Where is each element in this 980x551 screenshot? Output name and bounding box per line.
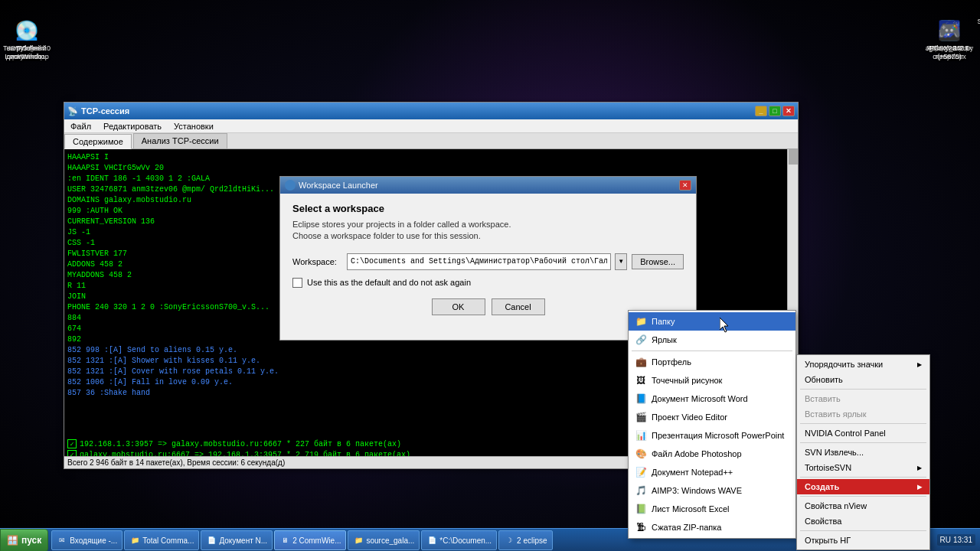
rctx-tortoise[interactable]: TortoiseSVN ▶ bbox=[797, 460, 929, 475]
arrow-right-icon: ▶ bbox=[917, 361, 922, 368]
ctx-item-ppt[interactable]: 📊 Презентация Microsoft PowerPoint bbox=[629, 426, 795, 445]
rctx-sep1 bbox=[800, 389, 926, 390]
workspace-title-text: Workspace Launcher bbox=[299, 181, 378, 190]
desktop-icon-psx2[interactable]: 🎮 PCSX2 1.2.1 (+5875) bbox=[922, 15, 977, 64]
taskbar-item-total-cmd[interactable]: 📁 Total Comma... bbox=[124, 530, 199, 550]
ctx-label-aimp: AIMP3: Windows WAVE bbox=[652, 486, 742, 495]
checkbox1[interactable]: ✓ bbox=[67, 439, 77, 448]
taskbar-item-doc[interactable]: 📄 *C:\Documen... bbox=[421, 530, 497, 550]
minimize-button[interactable]: _ bbox=[755, 106, 767, 116]
rctx-tortoise-label: TortoiseSVN bbox=[805, 463, 851, 472]
rctx-paste-label: Вставить bbox=[805, 394, 841, 403]
ctx-item-video[interactable]: 🎬 Проект Video Editor bbox=[629, 408, 795, 426]
menu-settings[interactable]: Установки bbox=[171, 121, 217, 132]
ctx-item-photoshop[interactable]: 🎨 Файл Adobe Photoshop bbox=[629, 445, 795, 463]
rctx-nvidia[interactable]: NVIDIA Control Panel bbox=[797, 425, 929, 441]
menu-file[interactable]: Файл bbox=[67, 121, 94, 132]
excel-icon: 📗 bbox=[635, 503, 647, 515]
ctx-item-zip[interactable]: 🗜 Сжатая ZIP-папка bbox=[629, 518, 795, 536]
rctx-update[interactable]: Обновить bbox=[797, 372, 929, 387]
bitmap-icon: 🖼 bbox=[635, 374, 647, 386]
taskbar-tray: RU 13:31 bbox=[933, 534, 980, 546]
workspace-cancel-button[interactable]: Cancel bbox=[492, 298, 545, 315]
ctx-item-word[interactable]: 📘 Документ Microsoft Word bbox=[629, 390, 795, 408]
photoshop-icon: 🎨 bbox=[635, 448, 647, 460]
workspace-buttons: OK Cancel bbox=[292, 298, 684, 315]
rctx-nview-label: Свойства nView bbox=[805, 501, 867, 510]
workspace-dropdown-button[interactable]: ▼ bbox=[615, 253, 627, 270]
briefcase-icon: 💼 bbox=[635, 356, 647, 368]
rctx-paste: Вставить bbox=[797, 391, 929, 406]
rctx-create-label: Создать bbox=[805, 482, 839, 491]
maximize-button[interactable]: □ bbox=[769, 106, 781, 116]
ctx-item-shortcut[interactable]: 🔗 Ярлык bbox=[629, 331, 795, 349]
menu-edit[interactable]: Редактировать bbox=[100, 121, 165, 132]
rctx-sep6 bbox=[800, 530, 926, 531]
taskbar-item-eclipse[interactable]: ☽ 2 eclipse bbox=[498, 530, 552, 550]
tab-analysis[interactable]: Анализ TCP-сессии bbox=[133, 133, 227, 148]
psx2-icon: 🎮 bbox=[937, 18, 962, 43]
workspace-ok-button[interactable]: OK bbox=[432, 298, 485, 315]
taskbar-item-source[interactable]: 📁 source_gala... bbox=[348, 530, 420, 550]
workspace-titlebar: Workspace Launcher ✕ bbox=[280, 177, 696, 194]
taskbar-item-incoming[interactable]: ✉ Входящие -... bbox=[51, 530, 122, 550]
eclipse-taskbar-icon: ☽ bbox=[504, 535, 514, 546]
tcp-window-controls: _ □ ✕ bbox=[755, 106, 795, 116]
taskbar-item-label: *C:\Documen... bbox=[439, 536, 492, 545]
ctx-item-folder[interactable]: 📁 Папку bbox=[629, 312, 795, 331]
desktop-icon-boot-disk[interactable]: 💿 загрузочный диск Windo... bbox=[0, 15, 54, 64]
tcp-scroll-thumb[interactable] bbox=[789, 149, 798, 165]
ctx-item-bitmap[interactable]: 🖼 Точечный рисунок bbox=[629, 371, 795, 390]
taskbar-item-label: Документ N... bbox=[219, 536, 267, 545]
close-button[interactable]: ✕ bbox=[782, 106, 795, 116]
taskbar-item-label: 2 eclipse bbox=[517, 536, 547, 545]
workspace-label: Workspace: bbox=[292, 257, 342, 266]
commview-taskbar-icon: 🖥 bbox=[279, 535, 290, 546]
rctx-create[interactable]: Создать ▶ bbox=[797, 479, 929, 494]
video-icon: 🎬 bbox=[635, 411, 647, 423]
system-tray: RU 13:31 bbox=[937, 534, 975, 546]
rctx-update-label: Обновить bbox=[805, 375, 843, 384]
workspace-default-checkbox[interactable] bbox=[292, 278, 302, 288]
ppt-icon: 📊 bbox=[635, 429, 647, 442]
desktop: 🖥 Мой компьютер 📁 Мои документы ⬇ Deluge… bbox=[0, 0, 980, 551]
incoming-taskbar-icon: ✉ bbox=[57, 535, 67, 546]
doc-taskbar-icon: 📄 bbox=[426, 535, 437, 546]
notepad-icon: 📝 bbox=[635, 466, 647, 478]
rctx-open-ng[interactable]: Открыть НГ bbox=[797, 533, 929, 548]
ctx-item-aimp[interactable]: 🎵 AIMP3: Windows WAVE bbox=[629, 481, 795, 500]
create-submenu: 📁 Папку 🔗 Ярлык 💼 Портфель 🖼 Точечный ри… bbox=[628, 310, 796, 539]
rctx-arrange[interactable]: Упорядочить значки ▶ bbox=[797, 357, 929, 372]
workspace-checkbox-row: Use this as the default and do not ask a… bbox=[292, 278, 684, 288]
ctx-item-briefcase[interactable]: 💼 Портфель bbox=[629, 353, 795, 371]
rctx-nview-props[interactable]: Свойства nView bbox=[797, 498, 929, 514]
desktop-icon-recycle[interactable]: 🗑 Корзина bbox=[974, 0, 980, 29]
folder-icon: 📁 bbox=[635, 315, 647, 328]
rctx-properties[interactable]: Свойства bbox=[797, 514, 929, 529]
taskbar-item-label: Входящие -... bbox=[70, 536, 117, 545]
workspace-checkbox-label: Use this as the default and do not ask a… bbox=[307, 278, 471, 287]
content-line: HAAAPSI VHCIrG5wVv 20 bbox=[67, 163, 795, 174]
taskbar-item-notepad[interactable]: 📄 Документ N... bbox=[201, 530, 273, 550]
workspace-browse-button[interactable]: Browse... bbox=[632, 254, 684, 269]
tcp-menu-bar: Файл Редактировать Установки bbox=[64, 119, 798, 133]
ctx-label-zip: Сжатая ZIP-папка bbox=[652, 523, 721, 532]
ctx-item-excel[interactable]: 📗 Лист Microsoft Excel bbox=[629, 500, 795, 518]
ctx-item-notepad[interactable]: 📝 Документ Notepad++ bbox=[629, 463, 795, 481]
rctx-svn-extract[interactable]: SVN Извлечь... bbox=[797, 445, 929, 460]
ctx-label-notepad: Документ Notepad++ bbox=[652, 468, 733, 477]
start-button[interactable]: 🪟 пуск bbox=[0, 529, 48, 552]
rctx-sep3 bbox=[800, 442, 926, 443]
tortoise-arrow-icon: ▶ bbox=[917, 465, 922, 471]
ctx-label-briefcase: Портфель bbox=[652, 357, 691, 367]
ctx-label-ppt: Презентация Microsoft PowerPoint bbox=[652, 431, 784, 440]
desktop-context-menu: Упорядочить значки ▶ Обновить Вставить В… bbox=[796, 354, 930, 550]
workspace-controls: ✕ bbox=[679, 180, 691, 191]
tcp-title-icon: 📡 bbox=[67, 106, 78, 116]
rctx-paste-shortcut: Вставить ярлык bbox=[797, 406, 929, 422]
workspace-close-button[interactable]: ✕ bbox=[679, 180, 691, 191]
workspace-heading: Select a workspace bbox=[292, 203, 684, 214]
workspace-path-input[interactable] bbox=[347, 253, 611, 270]
taskbar-item-commview[interactable]: 🖥 2 CommWie... bbox=[274, 530, 346, 550]
tab-content[interactable]: Содержимое bbox=[64, 134, 132, 149]
